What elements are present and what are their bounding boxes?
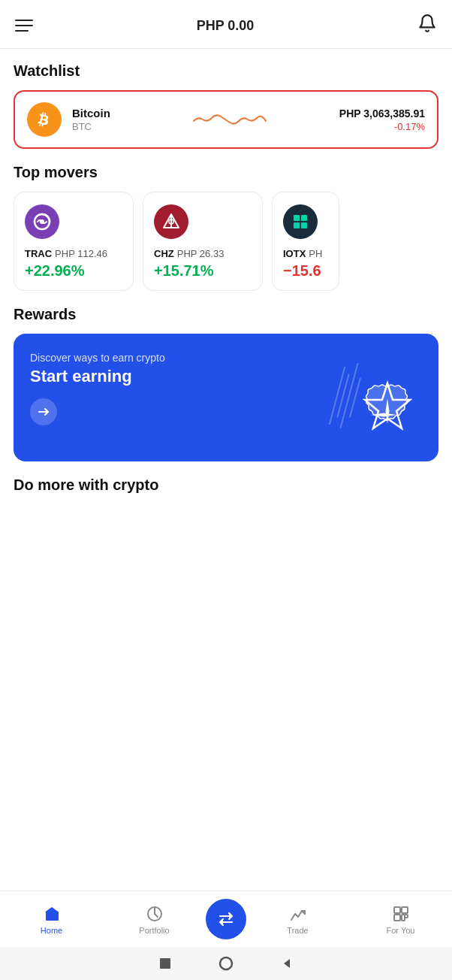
circle-icon [218, 955, 234, 972]
trac-change: +22.96% [25, 262, 122, 280]
top-movers-title: Top movers [14, 164, 438, 181]
header-divider [0, 48, 452, 49]
mover-card-trac[interactable]: TRAC PHP 112.46 +22.96% [14, 192, 134, 291]
square-icon [158, 956, 173, 971]
portfolio-icon [146, 905, 164, 923]
bitcoin-chart [121, 106, 339, 133]
nav-portfolio[interactable]: Portfolio [103, 905, 206, 935]
movers-row: TRAC PHP 112.46 +22.96% CHZ [14, 192, 438, 291]
top-movers-section: Top movers TRAC PHP 112.46 +22. [0, 164, 452, 306]
watchlist-card-bitcoin[interactable]: Bitcoin BTC PHP 3,063,385.91 -0.17% [14, 90, 438, 149]
chz-price: PHP 26.33 [177, 248, 224, 259]
iotx-ticker-row: IOTX PH [283, 248, 328, 259]
nav-trade[interactable]: Trade [246, 905, 349, 935]
bottom-nav: Home Portfolio Trade For [0, 891, 452, 947]
rewards-card[interactable]: Discover ways to earn crypto Start earni… [14, 334, 438, 461]
trac-ticker-row: TRAC PHP 112.46 [25, 248, 122, 259]
swap-icon [215, 909, 237, 930]
rewards-subtitle: Discover ways to earn crypto [30, 352, 422, 364]
portfolio-label: Portfolio [139, 926, 169, 935]
bitcoin-price: PHP 3,063,385.91 -0.17% [339, 107, 425, 132]
do-more-section: Do more with crypto [0, 476, 452, 504]
home-label: Home [41, 926, 62, 935]
nav-swap[interactable] [206, 899, 246, 941]
rewards-arrow-button[interactable] [30, 398, 57, 425]
foryou-label: For You [387, 926, 415, 935]
foryou-icon [392, 905, 410, 923]
watchlist-section: Watchlist Bitcoin BTC PHP 3,063,385.91 -… [0, 62, 452, 164]
rewards-section: Rewards Discover ways to earn crypto Sta… [0, 306, 452, 476]
bitcoin-name: Bitcoin [72, 107, 110, 119]
bitcoin-icon [27, 102, 62, 137]
svg-rect-11 [394, 907, 400, 913]
iotx-price: PH [309, 248, 322, 259]
back-icon [279, 956, 294, 971]
svg-rect-12 [402, 907, 408, 913]
svg-rect-16 [160, 958, 170, 969]
trade-label: Trade [287, 926, 308, 935]
nav-home[interactable]: Home [0, 905, 103, 935]
header: PHP 0.00 [0, 0, 452, 48]
bitcoin-price-value: PHP 3,063,385.91 [339, 107, 425, 119]
trac-price: PHP 112.46 [55, 248, 107, 259]
trac-icon [25, 204, 59, 239]
mover-card-iotx[interactable]: IOTX PH −15.6 [272, 192, 339, 291]
iotx-ticker: IOTX [283, 248, 306, 259]
chz-change: +15.71% [154, 262, 252, 280]
system-square-button[interactable] [158, 956, 173, 971]
trade-icon [289, 905, 307, 923]
iotx-icon [283, 204, 318, 239]
rewards-title: Rewards [14, 306, 438, 323]
chz-ticker-row: CHZ PHP 26.33 [154, 248, 252, 259]
bitcoin-change: -0.17% [339, 121, 425, 132]
menu-button[interactable] [15, 20, 33, 32]
svg-rect-13 [394, 915, 400, 921]
bitcoin-info: Bitcoin BTC [72, 107, 110, 132]
svg-rect-6 [294, 215, 300, 221]
svg-rect-15 [405, 915, 408, 918]
notifications-button[interactable] [417, 14, 437, 38]
rewards-badge [350, 377, 425, 452]
svg-rect-7 [301, 215, 307, 221]
svg-point-17 [220, 957, 232, 969]
chz-icon [154, 204, 188, 239]
trac-ticker: TRAC [25, 248, 52, 259]
watchlist-title: Watchlist [14, 62, 438, 80]
system-back-button[interactable] [279, 956, 294, 971]
chz-ticker: CHZ [154, 248, 174, 259]
main-content: Watchlist Bitcoin BTC PHP 3,063,385.91 -… [0, 62, 452, 602]
svg-rect-9 [301, 222, 307, 228]
bitcoin-symbol: BTC [72, 121, 110, 132]
system-home-button[interactable] [218, 955, 234, 972]
mover-card-chz[interactable]: CHZ PHP 26.33 +15.71% [143, 192, 263, 291]
do-more-title: Do more with crypto [0, 476, 452, 504]
iotx-change: −15.6 [283, 262, 328, 280]
svg-rect-8 [294, 222, 300, 228]
home-icon [43, 905, 61, 923]
system-bar [0, 947, 452, 980]
nav-foryou[interactable]: For You [349, 905, 452, 935]
swap-button[interactable] [206, 899, 246, 939]
balance-display: PHP 0.00 [197, 18, 255, 34]
